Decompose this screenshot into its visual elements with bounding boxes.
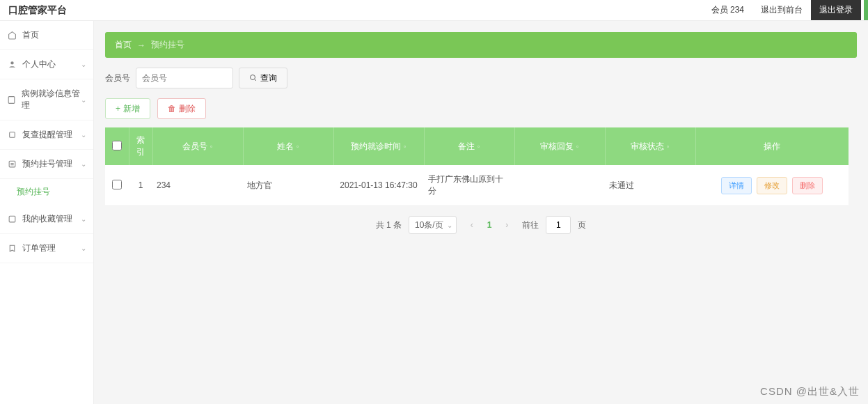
sidebar-item-label: 首页	[22, 29, 39, 41]
accent-bar	[864, 0, 868, 20]
sidebar-item-label: 病例就诊信息管理	[22, 88, 81, 111]
col-note[interactable]: 备注 ◦	[424, 127, 514, 165]
goto-front-link[interactable]: 退出到前台	[752, 0, 811, 20]
svg-rect-2	[9, 132, 15, 138]
col-action: 操作	[695, 127, 849, 165]
sidebar-item-label: 订单管理	[22, 242, 56, 254]
page-suffix: 页	[578, 219, 586, 231]
sidebar-item-label: 我的收藏管理	[22, 213, 72, 225]
col-time[interactable]: 预约就诊时间 ◦	[333, 127, 424, 165]
chevron-down-icon: ⌄	[81, 96, 86, 104]
sidebar: 首页 个人中心 ⌄ 病例就诊信息管理 ⌄ 复查提醒管理 ⌄ 预约挂号管理 ⌄ 预…	[0, 21, 94, 404]
breadcrumb-current: 预约挂号	[151, 39, 184, 51]
goto-label: 前往	[522, 219, 539, 231]
current-page[interactable]: 1	[487, 220, 492, 230]
bell-icon	[7, 130, 17, 140]
search-button[interactable]: 查询	[239, 68, 287, 88]
svg-point-0	[10, 61, 13, 64]
sidebar-item-review[interactable]: 复查提醒管理 ⌄	[0, 121, 93, 150]
doc-icon	[7, 95, 16, 104]
add-button[interactable]: + 新增	[105, 98, 150, 119]
goto-input[interactable]	[546, 216, 571, 234]
home-icon	[7, 31, 17, 40]
col-status[interactable]: 审核状态 ◦	[605, 127, 695, 165]
filter-label: 会员号	[105, 72, 130, 84]
page-size-select[interactable]: 10条/页	[409, 216, 457, 234]
star-icon	[7, 215, 17, 224]
sidebar-item-favorite[interactable]: 我的收藏管理 ⌄	[0, 205, 93, 234]
search-icon	[249, 74, 258, 82]
cell-time: 2021-01-13 16:47:30	[333, 165, 424, 206]
cell-member: 234	[152, 165, 243, 206]
chevron-down-icon: ⌄	[81, 160, 86, 168]
row-checkbox[interactable]	[112, 180, 122, 189]
chevron-down-icon: ⌄	[81, 61, 86, 68]
prev-page-button[interactable]: ‹	[464, 217, 480, 233]
next-page-button[interactable]: ›	[498, 217, 515, 233]
sidebar-item-register[interactable]: 预约挂号管理 ⌄	[0, 150, 93, 179]
col-name[interactable]: 姓名 ◦	[243, 127, 333, 165]
sidebar-subitem-register[interactable]: 预约挂号	[0, 179, 93, 205]
data-table: 索引 会员号 ◦ 姓名 ◦ 预约就诊时间 ◦ 备注 ◦ 审核回复 ◦ 审核状态 …	[105, 127, 849, 206]
sidebar-item-personal[interactable]: 个人中心 ⌄	[0, 50, 93, 79]
trash-icon: 🗑	[168, 104, 176, 114]
order-icon	[7, 244, 17, 254]
app-logo: 口腔管家平台	[8, 4, 67, 17]
edit-button[interactable]: 修改	[757, 177, 787, 194]
reg-icon	[7, 160, 17, 169]
sidebar-item-label: 复查提醒管理	[22, 129, 72, 141]
col-reply[interactable]: 审核回复 ◦	[514, 127, 605, 165]
cell-action: 详情 修改 删除	[695, 165, 849, 206]
chevron-down-icon: ⌄	[81, 131, 86, 139]
member-link[interactable]: 会员 234	[703, 0, 752, 20]
cell-reply	[514, 165, 605, 206]
pagination: 共 1 条 10条/页 ‹ 1 › 前往 页	[105, 206, 857, 244]
table-row: 1 234 地方官 2021-01-13 16:47:30 手打广东佛山原到十分…	[105, 165, 849, 206]
chevron-down-icon: ⌄	[81, 244, 86, 252]
cell-index: 1	[129, 165, 152, 206]
sidebar-item-case[interactable]: 病例就诊信息管理 ⌄	[0, 79, 93, 121]
select-all-checkbox[interactable]	[112, 141, 122, 150]
plus-icon: +	[116, 104, 120, 114]
col-index[interactable]: 索引	[129, 127, 152, 165]
watermark: CSDN @出世&入世	[760, 385, 860, 398]
sidebar-item-home[interactable]: 首页	[0, 21, 93, 50]
cell-status: 未通过	[605, 165, 695, 206]
detail-button[interactable]: 详情	[721, 177, 752, 194]
svg-rect-1	[8, 96, 15, 103]
svg-point-5	[251, 75, 255, 80]
chevron-down-icon: ⌄	[81, 215, 86, 223]
breadcrumb-home[interactable]: 首页	[115, 39, 132, 51]
logout-button[interactable]: 退出登录	[811, 0, 861, 20]
user-icon	[7, 60, 17, 70]
row-delete-button[interactable]: 删除	[792, 177, 823, 194]
cell-name: 地方官	[243, 165, 333, 206]
sidebar-item-order[interactable]: 订单管理 ⌄	[0, 234, 93, 263]
breadcrumb: 首页 → 预约挂号	[105, 32, 857, 58]
sidebar-item-label: 预约挂号管理	[22, 158, 72, 170]
cell-note: 手打广东佛山原到十分	[424, 165, 514, 206]
arrow-icon: →	[137, 40, 145, 50]
total-text: 共 1 条	[376, 219, 402, 231]
col-checkbox	[105, 127, 129, 165]
member-input[interactable]	[136, 68, 233, 88]
svg-rect-3	[9, 161, 15, 167]
svg-rect-4	[9, 216, 15, 222]
col-member[interactable]: 会员号 ◦	[152, 127, 243, 165]
delete-button[interactable]: 🗑 删除	[157, 98, 206, 119]
sidebar-item-label: 个人中心	[22, 59, 56, 70]
